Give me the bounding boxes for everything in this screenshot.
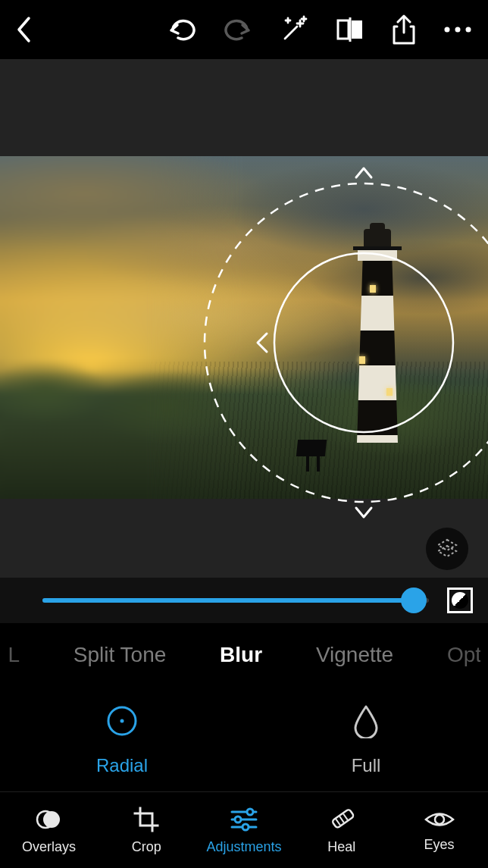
nav-overlays[interactable]: Overlays	[0, 792, 98, 868]
bottom-nav: Overlays Crop Adjustments	[0, 791, 488, 868]
svg-point-13	[120, 719, 124, 723]
blur-mode-row: Radial Full	[0, 679, 488, 801]
edited-photo[interactable]	[0, 156, 488, 499]
svg-line-25	[343, 813, 348, 819]
svg-line-24	[339, 816, 344, 822]
blur-mode-full-label: Full	[352, 755, 381, 776]
svg-line-23	[336, 819, 340, 825]
svg-point-26	[435, 815, 444, 824]
invert-mask-button[interactable]	[447, 588, 473, 613]
auto-enhance-button[interactable]	[279, 14, 309, 45]
overlays-icon	[35, 806, 62, 833]
svg-point-15	[43, 811, 60, 828]
canvas-area[interactable]	[0, 59, 488, 578]
blur-mode-radial[interactable]: Radial	[0, 679, 244, 801]
adjustments-icon	[229, 806, 259, 833]
redo-button[interactable]	[223, 18, 253, 41]
svg-point-6	[455, 27, 461, 33]
svg-rect-22	[332, 808, 355, 828]
undo-button[interactable]	[167, 18, 197, 41]
svg-point-7	[466, 27, 471, 33]
svg-point-5	[445, 27, 450, 33]
heal-icon	[328, 806, 355, 833]
subtab-prev-edge[interactable]: L	[8, 643, 20, 667]
slider-thumb[interactable]	[401, 588, 427, 613]
more-button[interactable]	[443, 26, 473, 33]
svg-point-19	[235, 816, 241, 823]
nav-heal[interactable]: Heal	[292, 792, 390, 868]
nav-crop-label: Crop	[132, 839, 161, 855]
subtab-next-edge[interactable]: Opt	[447, 643, 480, 667]
nav-crop[interactable]: Crop	[98, 792, 196, 868]
subtab-blur[interactable]: Blur	[220, 643, 262, 667]
drop-icon	[353, 703, 379, 738]
nav-heal-label: Heal	[327, 839, 355, 855]
nav-adjustments[interactable]: Adjustments	[196, 792, 293, 868]
svg-rect-1	[338, 20, 349, 39]
nav-eyes-label: Eyes	[424, 837, 455, 853]
adjustment-subtabs[interactable]: L Split Tone Blur Vignette Opt	[0, 623, 488, 687]
eye-icon	[424, 808, 455, 831]
nav-overlays-label: Overlays	[22, 839, 76, 855]
blur-intensity-slider-row	[0, 578, 488, 623]
lighthouse-graphic	[339, 229, 415, 456]
blur-mode-radial-label: Radial	[96, 755, 148, 776]
svg-point-21	[242, 824, 249, 830]
top-toolbar-actions	[167, 14, 473, 45]
subtab-split-tone[interactable]: Split Tone	[74, 643, 166, 667]
layers-button[interactable]	[426, 528, 468, 570]
nav-adjustments-label: Adjustments	[206, 839, 281, 855]
sign-graphic	[292, 440, 330, 470]
radial-icon	[105, 703, 139, 738]
blur-preview-overlay	[0, 156, 242, 499]
compare-button[interactable]	[335, 17, 365, 42]
back-button[interactable]	[15, 16, 32, 43]
slider-fill	[42, 598, 414, 603]
blur-mode-full[interactable]: Full	[244, 679, 488, 801]
crop-icon	[133, 806, 160, 833]
svg-line-0	[285, 27, 297, 39]
nav-eyes[interactable]: Eyes	[390, 792, 488, 868]
blur-intensity-slider[interactable]	[42, 598, 429, 603]
photo-editor-screen: L Split Tone Blur Vignette Opt Radial Fu…	[0, 0, 488, 868]
svg-point-17	[247, 809, 253, 815]
top-toolbar	[0, 0, 488, 59]
svg-rect-2	[352, 20, 362, 39]
share-button[interactable]	[391, 14, 417, 45]
subtab-vignette[interactable]: Vignette	[316, 643, 393, 667]
